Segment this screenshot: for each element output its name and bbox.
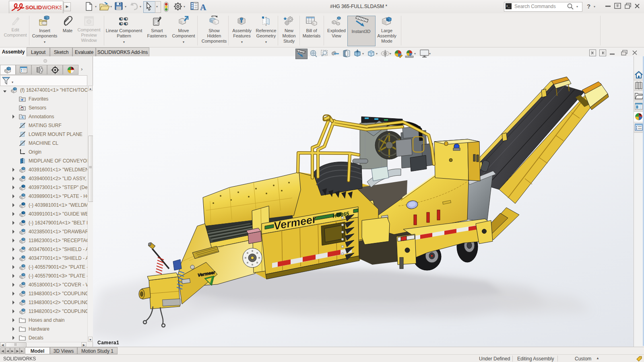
- svg-text:WORKS: WORKS: [42, 4, 62, 10]
- svg-text:A: A: [21, 116, 24, 119]
- svg-text:SOLID: SOLID: [25, 4, 42, 10]
